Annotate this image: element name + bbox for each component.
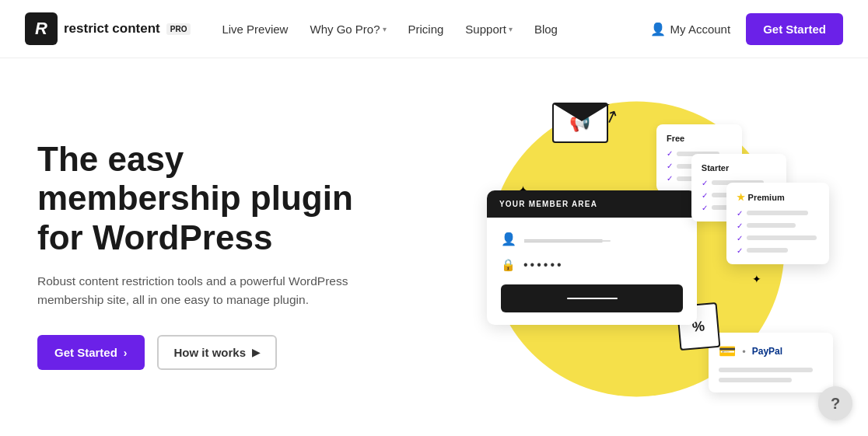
username-squiggle bbox=[524, 230, 625, 244]
password-dots: •••••• bbox=[523, 258, 564, 272]
logo-pro-badge: PRO bbox=[166, 23, 191, 35]
nav-links: Live Preview Why Go Pro? ▾ Pricing Suppo… bbox=[222, 23, 649, 36]
hero-illustration: 📢 ↗ ✦ ✦ ✦ YOUR MEMBER AREA 👤 bbox=[395, 74, 831, 436]
how-it-works-button[interactable]: How it works ▶ bbox=[157, 335, 278, 370]
hero-title: The easy membership plugin for WordPress bbox=[37, 140, 395, 258]
hero-section: The easy membership plugin for WordPress… bbox=[0, 58, 868, 436]
check-icon: ✓ bbox=[737, 246, 743, 255]
logo-area: R restrict content PRO bbox=[25, 12, 191, 45]
nav-link-pricing[interactable]: Pricing bbox=[408, 23, 444, 36]
nav-link-support[interactable]: Support ▾ bbox=[465, 23, 513, 36]
play-icon: ▶ bbox=[252, 347, 260, 358]
check-icon: ✓ bbox=[702, 191, 708, 200]
pricing-card-premium: ★ Premium ✓ ✓ ✓ ✓ bbox=[726, 183, 829, 264]
member-submit-button bbox=[501, 284, 683, 312]
envelope-illustration: 📢 bbox=[552, 103, 608, 143]
hero-actions: Get Started › How it works ▶ bbox=[37, 335, 395, 370]
logo-icon: R bbox=[25, 12, 58, 45]
user-icon: 👤 bbox=[501, 231, 516, 246]
help-button[interactable]: ? bbox=[818, 386, 852, 420]
check-icon: ✓ bbox=[737, 209, 743, 218]
credit-card-icon: 💳 bbox=[719, 343, 736, 360]
hero-get-started-button[interactable]: Get Started › bbox=[37, 335, 145, 370]
check-icon: ✓ bbox=[667, 174, 673, 183]
pricing-starter-label: Starter bbox=[702, 163, 776, 173]
hero-left: The easy membership plugin for WordPress… bbox=[37, 140, 395, 370]
star-decoration-2: ✦ bbox=[752, 273, 761, 285]
chevron-down-icon: ▾ bbox=[383, 25, 387, 33]
logo-name: restrict content bbox=[64, 21, 160, 37]
navbar: R restrict content PRO Live Preview Why … bbox=[0, 0, 868, 58]
check-icon: ✓ bbox=[702, 179, 708, 187]
nav-get-started-button[interactable]: Get Started bbox=[746, 13, 843, 45]
my-account-label: My Account bbox=[670, 23, 731, 36]
check-icon: ✓ bbox=[702, 204, 708, 212]
nav-link-blog[interactable]: Blog bbox=[534, 23, 558, 36]
pricing-premium-label: ★ Premium bbox=[737, 192, 819, 203]
paypal-logo: PayPal bbox=[752, 346, 782, 357]
person-icon: 👤 bbox=[650, 22, 666, 37]
nav-link-live-preview[interactable]: Live Preview bbox=[222, 23, 288, 36]
member-card-body: 👤 🔒 •••••• bbox=[487, 218, 697, 325]
member-area-card: YOUR MEMBER AREA 👤 🔒 •••••• bbox=[487, 190, 697, 325]
member-card-header: YOUR MEMBER AREA bbox=[487, 190, 697, 218]
lock-icon: 🔒 bbox=[501, 258, 516, 272]
check-icon: ✓ bbox=[737, 234, 743, 242]
star-icon: ★ bbox=[737, 192, 745, 203]
arrow-right-icon: › bbox=[124, 347, 128, 359]
check-icon: ✓ bbox=[667, 162, 673, 170]
chevron-down-icon: ▾ bbox=[509, 25, 513, 33]
check-icon: ✓ bbox=[737, 221, 743, 230]
payment-icons-row: 💳 • PayPal bbox=[719, 343, 823, 360]
nav-right: 👤 My Account Get Started bbox=[650, 13, 843, 45]
nav-link-why-go-pro[interactable]: Why Go Pro? ▾ bbox=[310, 23, 386, 36]
password-field: 🔒 •••••• bbox=[501, 258, 683, 272]
hero-subtitle: Robust content restriction tools and a p… bbox=[37, 272, 364, 311]
pricing-free-label: Free bbox=[667, 134, 732, 143]
my-account-link[interactable]: 👤 My Account bbox=[650, 22, 731, 37]
check-icon: ✓ bbox=[667, 149, 673, 158]
payment-card: 💳 • PayPal bbox=[709, 333, 833, 392]
username-field: 👤 bbox=[501, 230, 683, 247]
